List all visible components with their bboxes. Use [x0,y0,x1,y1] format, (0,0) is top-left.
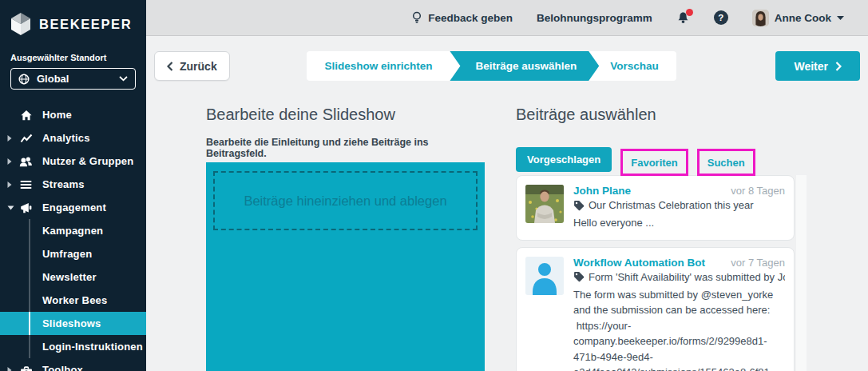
post-timestamp: vor 8 Tagen [731,185,785,197]
avatar [752,10,769,26]
wizard-step-3[interactable]: Vorschau [599,51,676,81]
post-tag-label: Our Christmas Celebration this year [589,199,754,211]
sidebar-item-label: Slideshows [42,317,101,329]
analytics-icon [19,133,33,144]
globe-icon [18,74,30,85]
toolbox-icon [19,365,33,371]
back-label: Zurück [180,60,217,73]
post-card-john-plane[interactable]: John Plane vor 8 Tagen O [516,175,795,241]
tag-icon [573,200,585,211]
sidebar-item-label: Worker Bees [42,294,107,306]
topbar: Feedback geben Belohnungsprogramm [146,0,868,36]
home-icon [19,109,33,121]
wizard-step-2[interactable]: Beiträge auswählen [450,51,599,81]
editor-subtitle: Bearbeite die Einleitung und ziehe Beitr… [206,137,485,159]
sidebar-item-toolbox[interactable]: Toolbox [0,358,146,371]
user-name: Anne Cook [775,12,831,24]
streams-icon [19,180,33,189]
beekeeper-logo-icon [10,13,31,35]
post-list: John Plane vor 8 Tagen O [516,175,807,371]
dropzone-hint: Beiträge hineinziehen und ablegen [244,193,446,209]
tab-vorgeschlagen[interactable]: Vorgeschlagen [516,147,612,172]
sidebar-item-engagement[interactable]: Engagement [0,196,146,219]
post-body: Hello everyone ... [573,215,785,231]
feedback-label: Feedback geben [428,12,513,24]
users-icon [19,156,33,167]
megaphone-icon [19,202,33,213]
slideshow-editor-panel: Bearbeite deine Slideshow Bearbeite die … [206,96,485,371]
feedback-button[interactable]: Feedback geben [411,11,513,24]
sidebar-item-label: Umfragen [42,248,92,260]
main-area: Feedback geben Belohnungsprogramm [146,0,868,371]
editor-title: Bearbeite deine Slideshow [206,106,485,124]
lightbulb-icon [411,11,422,24]
sidebar-item-worker-bees[interactable]: Worker Bees [0,289,146,312]
wizard-bar: Zurück Slideshow einrichten Beiträge aus… [146,36,868,96]
post-dropzone[interactable]: Beiträge hineinziehen und ablegen [213,171,478,230]
brand: BEEKEEPER [0,0,146,45]
tab-suchen[interactable]: Suchen [697,149,755,176]
post-content: Workflow Automation Bot vor 7 Tagen [573,257,785,371]
sidebar-nav: Home Analytics [0,103,146,371]
sidebar-item-kampagnen[interactable]: Kampagnen [0,219,146,242]
tab-favoriten[interactable]: Favoriten [620,149,688,176]
chevron-right-icon [7,366,12,371]
sidebar-item-label: Toolbox [42,364,83,371]
wizard-step-1[interactable]: Slideshow einrichten [307,51,450,81]
sidebar-item-home[interactable]: Home [0,103,146,126]
post-card-workflow-bot[interactable]: Workflow Automation Bot vor 7 Tagen [516,247,795,371]
location-label: Ausgewählter Standort [10,53,136,62]
sidebar-item-umfragen[interactable]: Umfragen [0,242,146,265]
sidebar-item-label: Analytics [42,132,90,144]
chevron-down-icon [119,76,128,82]
location-value: Global [37,73,69,85]
post-author[interactable]: John Plane [573,185,631,197]
post-body: The form was submitted by @steven_yorke … [573,287,785,371]
tag-icon [573,271,585,282]
sidebar-item-label: Kampagnen [42,225,103,237]
sidebar-item-label: Nutzer & Gruppen [42,155,133,167]
sidebar-item-label: Engagement [42,201,106,213]
notifications-button[interactable] [676,11,690,24]
location-select[interactable]: Global [10,68,136,90]
user-menu[interactable]: Anne Cook [752,10,844,26]
content: Bearbeite deine Slideshow Bearbeite die … [146,96,868,371]
post-timestamp: vor 7 Tagen [731,257,785,269]
sidebar-item-label: Newsletter [42,271,97,283]
sidebar-item-streams[interactable]: Streams [0,173,146,196]
wizard-steps: Slideshow einrichten Beiträge auswählen … [307,51,676,81]
avatar [525,185,564,223]
post-content: John Plane vor 8 Tagen O [573,185,785,231]
sidebar-item-label: Streams [42,178,85,190]
rewards-button[interactable]: Belohnungsprogramm [537,12,652,24]
help-icon[interactable] [714,10,728,25]
selector-title: Beiträge auswählen [516,106,807,124]
sidebar: BEEKEEPER Ausgewählter Standort Global [0,0,146,371]
next-button[interactable]: Weiter [775,51,860,81]
sidebar-item-label: Home [42,109,72,121]
chevron-right-icon [7,134,12,142]
post-tag-label: Form 'Shift Availability' was submitted … [589,271,785,283]
notification-dot [686,9,693,16]
selector-tabs: Vorgeschlagen Favoriten Suchen [516,147,807,174]
back-button[interactable]: Zurück [154,51,230,81]
rewards-label: Belohnungsprogramm [537,12,652,24]
caret-down-icon [837,16,844,20]
sidebar-item-newsletter[interactable]: Newsletter [0,265,146,289]
chevron-right-icon [835,62,842,71]
scrollbar-track[interactable] [796,175,807,371]
logo-text: BEEKEEPER [39,17,132,32]
sidebar-item-label: Login-Instruktionen [42,341,143,353]
slideshow-canvas: Beiträge hineinziehen und ablegen [206,162,485,371]
post-selector-panel: Beiträge auswählen Vorgeschlagen Favorit… [516,96,807,371]
sidebar-item-slideshows[interactable]: Slideshows [0,312,146,335]
chevron-right-icon [7,181,12,188]
chevron-right-icon [7,158,12,165]
chevron-left-icon [167,62,173,71]
chevron-down-icon [7,205,14,210]
app-window: BEEKEEPER Ausgewählter Standort Global [0,0,868,371]
post-author[interactable]: Workflow Automation Bot [573,257,705,269]
sidebar-item-nutzer-gruppen[interactable]: Nutzer & Gruppen [0,150,146,173]
sidebar-item-login-instruktionen[interactable]: Login-Instruktionen [0,335,146,358]
sidebar-item-analytics[interactable]: Analytics [0,126,146,150]
